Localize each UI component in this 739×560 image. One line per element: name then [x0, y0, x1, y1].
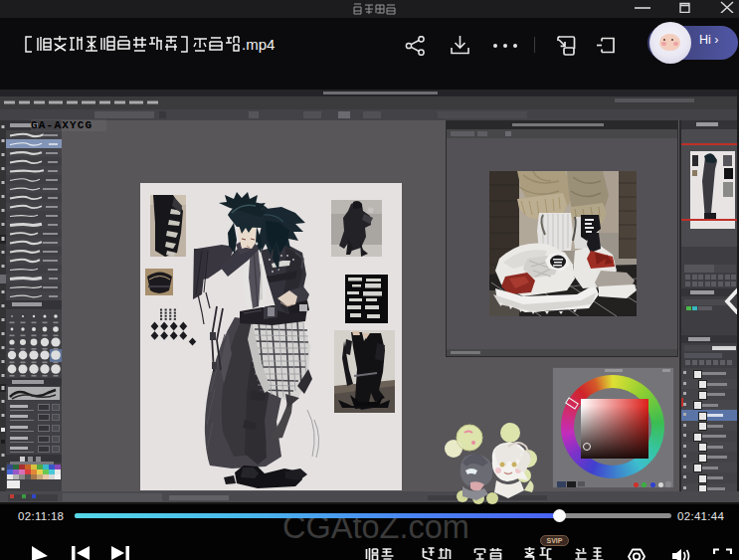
svg-text:.mp4: .mp4 [242, 36, 275, 53]
